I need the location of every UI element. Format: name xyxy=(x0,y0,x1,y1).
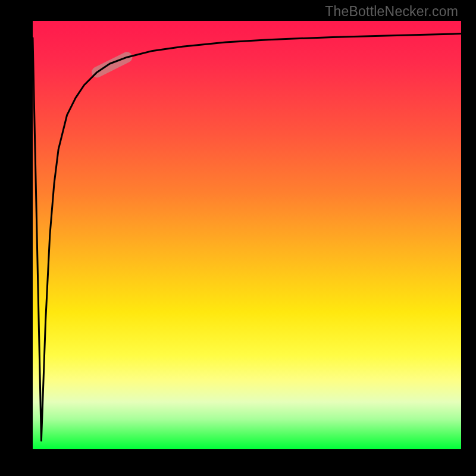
watermark-label: TheBottleNecker.com xyxy=(325,4,458,20)
curve-path xyxy=(33,34,461,441)
chart-container: TheBottleNecker.com xyxy=(0,0,476,476)
plot-area xyxy=(33,21,461,449)
curve-layer xyxy=(33,21,461,449)
